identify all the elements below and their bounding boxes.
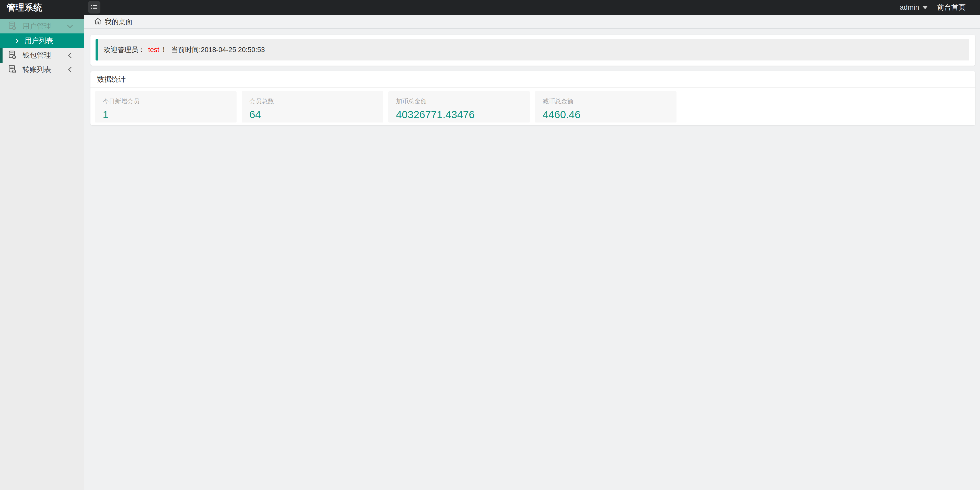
frontend-home-link[interactable]: 前台首页 [937, 3, 966, 12]
document-icon [8, 21, 17, 32]
sidebar-group-wallet-management[interactable]: 钱包管理 [0, 48, 84, 62]
sidebar-group-label: 转账列表 [22, 65, 51, 75]
list-icon [91, 4, 98, 11]
chevron-left-icon [68, 67, 74, 73]
sidebar-item-user-list[interactable]: 用户列表 [0, 33, 84, 48]
stat-value: 1 [103, 109, 229, 121]
stat-value: 40326771.43476 [396, 109, 522, 121]
app-header: 管理系统 admin 前台首页 [0, 0, 980, 15]
sidebar-menu: 用户管理 用户列表 钱包管理 [0, 19, 84, 77]
current-time: 当前时间:2018-04-25 20:50:53 [172, 45, 265, 54]
sidebar-group-user-management[interactable]: 用户管理 [0, 19, 84, 33]
main-area: 我的桌面 欢迎管理员： test ！ 当前时间:2018-04-25 20:50… [84, 15, 980, 490]
user-name: admin [900, 3, 919, 11]
welcome-panel: 欢迎管理员： test ！ 当前时间:2018-04-25 20:50:53 [91, 35, 975, 66]
stat-label: 会员总数 [249, 97, 375, 105]
stat-card-coins-added: 加币总金额 40326771.43476 [388, 91, 530, 122]
welcome-bang: ！ [161, 45, 167, 54]
menu-toggle-button[interactable] [88, 1, 100, 14]
header-right: admin 前台首页 [900, 0, 966, 15]
content: 欢迎管理员： test ！ 当前时间:2018-04-25 20:50:53 数… [84, 29, 980, 125]
sidebar: 用户管理 用户列表 钱包管理 [0, 15, 84, 490]
user-dropdown[interactable]: admin [900, 3, 928, 11]
welcome-alert: 欢迎管理员： test ！ 当前时间:2018-04-25 20:50:53 [95, 39, 969, 60]
stat-cards: 今日新增会员 1 会员总数 64 加币总金额 40326771.43476 减币… [91, 87, 975, 122]
stats-section-title: 数据统计 [91, 71, 975, 87]
app-title: 管理系统 [6, 0, 42, 15]
caret-down-icon [922, 6, 928, 9]
stat-label: 今日新增会员 [103, 97, 229, 105]
chevron-right-icon [14, 39, 19, 43]
sidebar-item-label: 用户列表 [24, 36, 53, 46]
stats-panel: 数据统计 今日新增会员 1 会员总数 64 加币总金额 40326771.434… [91, 71, 975, 125]
breadcrumb: 我的桌面 [84, 15, 980, 29]
chevron-left-icon [68, 52, 74, 59]
document-icon [8, 64, 17, 75]
chevron-down-icon [67, 22, 73, 29]
sidebar-group-transfer-list[interactable]: 转账列表 [0, 62, 84, 77]
stat-card-total-members: 会员总数 64 [242, 91, 383, 122]
welcome-prefix: 欢迎管理员： [104, 45, 145, 54]
stat-card-new-members: 今日新增会员 1 [95, 91, 237, 122]
sidebar-top-gap [0, 15, 84, 19]
stat-value: 4460.46 [542, 109, 669, 121]
sidebar-group-label: 钱包管理 [22, 51, 51, 60]
stat-value: 64 [249, 109, 375, 121]
sidebar-group-label: 用户管理 [22, 21, 51, 31]
breadcrumb-label: 我的桌面 [105, 17, 132, 26]
stat-label: 加币总金额 [396, 97, 522, 105]
document-icon [8, 50, 17, 61]
stat-card-coins-deducted: 减币总金额 4460.46 [535, 91, 676, 122]
welcome-username: test [148, 46, 159, 54]
home-icon [94, 17, 102, 26]
stat-label: 减币总金额 [542, 97, 669, 105]
